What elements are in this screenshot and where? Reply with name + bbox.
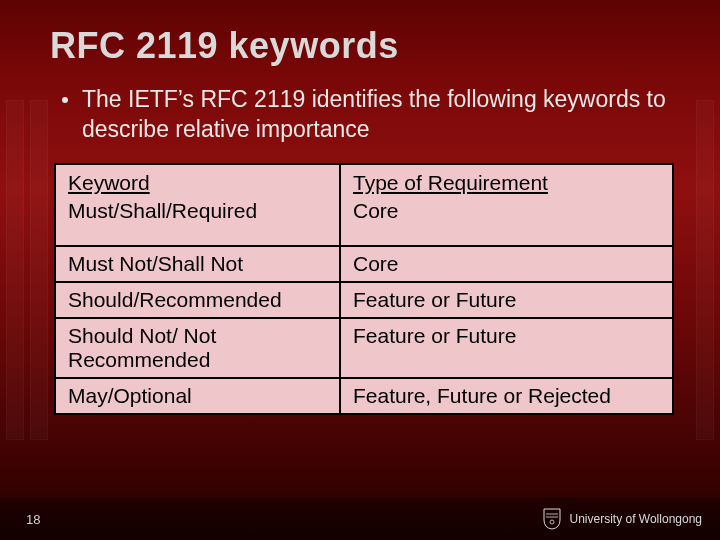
brand-area: University of Wollongong [543, 508, 702, 530]
keywords-table: Keyword Type of Requirement Must/Shall/R… [54, 163, 674, 415]
bullet-item: The IETF’s RFC 2119 identifies the follo… [62, 85, 670, 145]
cell-type: Feature or Future [340, 282, 673, 318]
table-row: Should Not/ Not Recommended Feature or F… [55, 318, 673, 378]
cell-type: Core [340, 246, 673, 282]
page-title: RFC 2119 keywords [50, 25, 670, 67]
table-row: Must/Shall/Required Core [55, 199, 673, 246]
cell-type: Core [340, 199, 673, 246]
table-row: May/Optional Feature, Future or Rejected [55, 378, 673, 414]
cell-keyword: Should Not/ Not Recommended [55, 318, 340, 378]
cell-keyword: Should/Recommended [55, 282, 340, 318]
cell-type: Feature, Future or Rejected [340, 378, 673, 414]
cell-keyword: Must/Shall/Required [55, 199, 340, 246]
table-row: Must Not/Shall Not Core [55, 246, 673, 282]
cell-type: Feature or Future [340, 318, 673, 378]
table-row: Should/Recommended Feature or Future [55, 282, 673, 318]
slide-container: RFC 2119 keywords The IETF’s RFC 2119 id… [0, 0, 720, 540]
bullet-text: The IETF’s RFC 2119 identifies the follo… [82, 85, 670, 145]
university-crest-icon [543, 508, 561, 530]
svg-point-0 [550, 520, 554, 524]
page-number: 18 [26, 512, 40, 527]
cell-keyword: May/Optional [55, 378, 340, 414]
table-header-type: Type of Requirement [340, 164, 673, 199]
table-header-keyword: Keyword [55, 164, 340, 199]
footer-bar: 18 University of Wollongong [0, 498, 720, 540]
table-header-row: Keyword Type of Requirement [55, 164, 673, 199]
cell-keyword: Must Not/Shall Not [55, 246, 340, 282]
brand-text: University of Wollongong [569, 512, 702, 526]
bullet-dot-icon [62, 97, 68, 103]
